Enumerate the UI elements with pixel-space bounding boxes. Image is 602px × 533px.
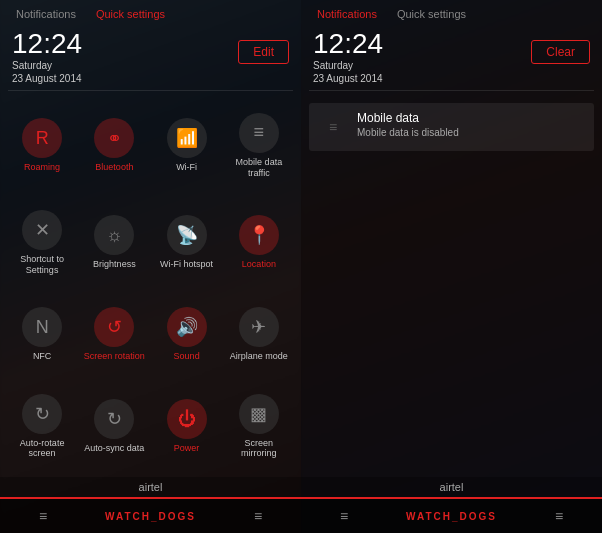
right-panel: Notifications Quick settings 12:24 Satur…: [301, 0, 602, 533]
right-nav-logo: WATCH_DOGS: [406, 511, 497, 522]
screen-rotation-icon: ↺: [94, 307, 134, 347]
airplane-icon: ✈: [239, 307, 279, 347]
clear-button[interactable]: Clear: [531, 40, 590, 64]
left-nav-left-icon[interactable]: ≡: [39, 508, 47, 524]
power-icon: ⏻: [167, 399, 207, 439]
brightness-icon: ☼: [94, 215, 134, 255]
right-time-block: 12:24 Saturday 23 August 2014: [313, 30, 383, 84]
tab-quick-settings-left[interactable]: Quick settings: [90, 6, 171, 22]
right-header: 12:24 Saturday 23 August 2014 Clear: [301, 22, 602, 90]
brightness-label: Brightness: [93, 259, 136, 270]
left-header: 12:24 Saturday 23 August 2014 Edit: [0, 22, 301, 90]
left-bottom-nav: ≡ WATCH_DOGS ≡: [0, 497, 301, 533]
bluetooth-icon: ⚭: [94, 118, 134, 158]
grid-item-screen-rotation[interactable]: ↺ Screen rotation: [80, 293, 148, 375]
grid-item-location[interactable]: 📍 Location: [225, 196, 293, 289]
location-label: Location: [242, 259, 276, 270]
mobile-data-notif-text: Mobile data Mobile data is disabled: [357, 111, 459, 138]
tab-quick-settings-right[interactable]: Quick settings: [391, 6, 472, 22]
right-date-line2: 23 August 2014: [313, 73, 383, 84]
grid-item-roaming[interactable]: R Roaming: [8, 99, 76, 192]
shortcut-label: Shortcut to Settings: [10, 254, 74, 276]
grid-item-airplane[interactable]: ✈ Airplane mode: [225, 293, 293, 375]
grid-item-wifi[interactable]: 📶 Wi-Fi: [153, 99, 221, 192]
auto-sync-label: Auto-sync data: [84, 443, 144, 454]
wifi-icon: 📶: [167, 118, 207, 158]
edit-button[interactable]: Edit: [238, 40, 289, 64]
grid-item-bluetooth[interactable]: ⚭ Bluetooth: [80, 99, 148, 192]
mobile-data-notif-icon: ≡: [317, 111, 349, 143]
bluetooth-label: Bluetooth: [95, 162, 133, 173]
airplane-label: Airplane mode: [230, 351, 288, 362]
wifi-hotspot-label: Wi-Fi hotspot: [160, 259, 213, 270]
mobile-data-notif-title: Mobile data: [357, 111, 459, 125]
left-panel: Notifications Quick settings 12:24 Satur…: [0, 0, 301, 533]
notification-mobile-data[interactable]: ≡ Mobile data Mobile data is disabled: [309, 103, 594, 151]
location-icon: 📍: [239, 215, 279, 255]
grid-item-shortcut[interactable]: ✕ Shortcut to Settings: [8, 196, 76, 289]
screen-rotation-label: Screen rotation: [84, 351, 145, 362]
nfc-label: NFC: [33, 351, 52, 362]
right-time: 12:24: [313, 30, 383, 58]
screen-mirror-label: Screen mirroring: [227, 438, 291, 460]
grid-item-power[interactable]: ⏻ Power: [153, 380, 221, 473]
notifications-list: ≡ Mobile data Mobile data is disabled: [301, 95, 602, 477]
auto-rotate-icon: ↻: [22, 394, 62, 434]
left-nav-right-icon[interactable]: ≡: [254, 508, 262, 524]
sound-label: Sound: [174, 351, 200, 362]
divider-right: [309, 90, 594, 91]
mobile-data-label: Mobile data traffic: [227, 157, 291, 179]
mobile-data-notif-sub: Mobile data is disabled: [357, 127, 459, 138]
right-tab-bar: Notifications Quick settings: [301, 0, 602, 22]
divider-left: [8, 90, 293, 91]
sound-icon: 🔊: [167, 307, 207, 347]
left-nav-logo: WATCH_DOGS: [105, 511, 196, 522]
wifi-hotspot-icon: 📡: [167, 215, 207, 255]
grid-item-sound[interactable]: 🔊 Sound: [153, 293, 221, 375]
power-label: Power: [174, 443, 200, 454]
grid-item-auto-sync[interactable]: ↻ Auto-sync data: [80, 380, 148, 473]
screen-mirror-icon: ▩: [239, 394, 279, 434]
grid-item-brightness[interactable]: ☼ Brightness: [80, 196, 148, 289]
right-nav-left-icon[interactable]: ≡: [340, 508, 348, 524]
tab-notifications-left[interactable]: Notifications: [10, 6, 82, 22]
left-date-line1: Saturday: [12, 60, 82, 71]
grid-item-nfc[interactable]: N NFC: [8, 293, 76, 375]
left-tab-bar: Notifications Quick settings: [0, 0, 301, 22]
left-time-block: 12:24 Saturday 23 August 2014: [12, 30, 82, 84]
tab-notifications-right[interactable]: Notifications: [311, 6, 383, 22]
right-date-line1: Saturday: [313, 60, 383, 71]
grid-item-screen-mirror[interactable]: ▩ Screen mirroring: [225, 380, 293, 473]
grid-item-wifi-hotspot[interactable]: 📡 Wi-Fi hotspot: [153, 196, 221, 289]
mobile-data-icon: ≡: [239, 113, 279, 153]
roaming-label: Roaming: [24, 162, 60, 173]
grid-item-auto-rotate[interactable]: ↻ Auto-rotate screen: [8, 380, 76, 473]
auto-sync-icon: ↻: [94, 399, 134, 439]
nfc-icon: N: [22, 307, 62, 347]
roaming-icon: R: [22, 118, 62, 158]
auto-rotate-label: Auto-rotate screen: [10, 438, 74, 460]
left-date-line2: 23 August 2014: [12, 73, 82, 84]
right-nav-right-icon[interactable]: ≡: [555, 508, 563, 524]
left-time: 12:24: [12, 30, 82, 58]
quick-settings-grid: R Roaming ⚭ Bluetooth 📶 Wi-Fi ≡ Mobile d…: [0, 95, 301, 477]
left-carrier: airtel: [0, 477, 301, 497]
right-carrier: airtel: [301, 477, 602, 497]
shortcut-icon: ✕: [22, 210, 62, 250]
right-bottom-nav: ≡ WATCH_DOGS ≡: [301, 497, 602, 533]
grid-item-mobile-data[interactable]: ≡ Mobile data traffic: [225, 99, 293, 192]
wifi-label: Wi-Fi: [176, 162, 197, 173]
